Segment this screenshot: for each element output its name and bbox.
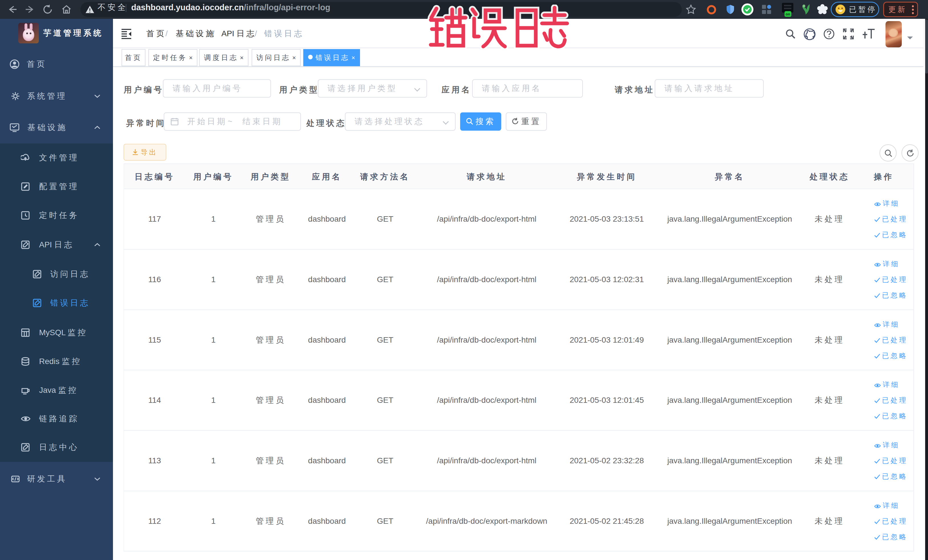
- svg-text:on: on: [786, 12, 790, 16]
